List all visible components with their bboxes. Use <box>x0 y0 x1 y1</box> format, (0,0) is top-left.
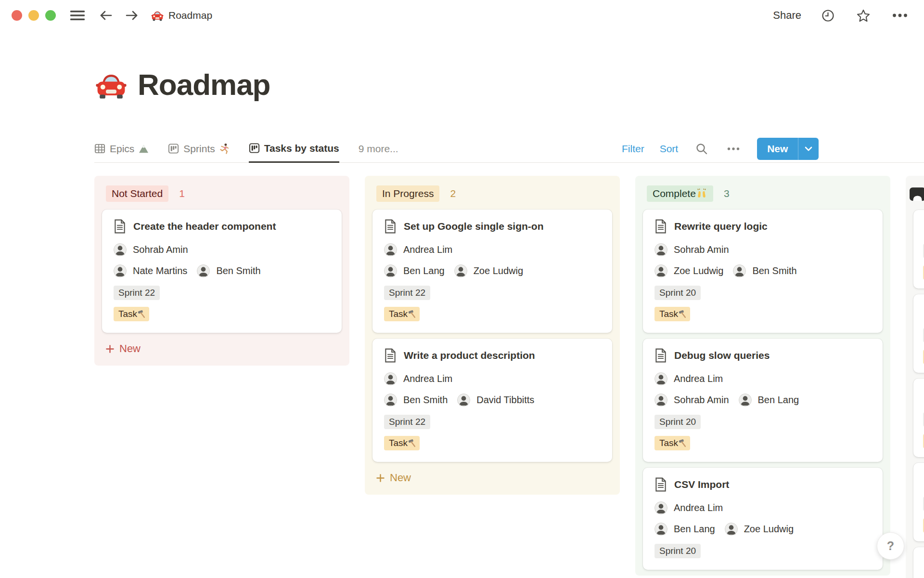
avatar <box>197 264 210 277</box>
status-pill-in-progress[interactable]: In Progress <box>376 185 439 202</box>
task-card[interactable]: S T <box>913 294 924 373</box>
hammer-emoji-icon <box>408 310 416 318</box>
kanban-board: Not Started 1 Create the header componen… <box>94 176 924 578</box>
column-count: 2 <box>450 188 456 199</box>
close-window-button[interactable] <box>12 10 22 21</box>
task-card[interactable]: Write a product description Andrea Lim B… <box>372 339 612 462</box>
sprint-tag: Sprint 22 <box>384 286 430 300</box>
assignee: Sohrab Amin <box>654 394 729 407</box>
sprint-tag: Sprint 20 <box>654 415 701 429</box>
page-title[interactable]: Roadmap <box>138 67 270 102</box>
runner-emoji-icon <box>219 143 230 154</box>
assignee: Ben Smith <box>733 264 796 277</box>
car-emoji-page-icon[interactable] <box>95 69 127 101</box>
task-card[interactable]: Debug slow queries Andrea Lim Sohrab Ami… <box>643 339 883 462</box>
column-not-started: Not Started 1 Create the header componen… <box>94 176 349 366</box>
assignee: Zoe Ludwig <box>454 264 523 277</box>
hammer-emoji-icon <box>137 310 146 318</box>
assignee: David Tibbitts <box>457 394 534 407</box>
page-icon <box>654 477 667 492</box>
help-button[interactable]: ? <box>877 532 904 560</box>
board-view-icon <box>249 143 260 154</box>
plus-icon <box>106 345 114 353</box>
assignee: Ben Smith <box>384 394 448 407</box>
status-pill-complete[interactable]: Complete <box>647 185 713 202</box>
sidebar-toggle-menu-icon[interactable] <box>68 8 87 23</box>
tab-more-views[interactable]: 9 more... <box>359 135 398 162</box>
task-card[interactable]: S T <box>913 463 924 541</box>
table-view-icon <box>94 143 105 154</box>
assignee: Sohrab Amin <box>114 243 188 256</box>
plus-icon <box>376 474 385 482</box>
box-emoji-icon <box>909 185 924 202</box>
back-icon[interactable] <box>97 8 115 23</box>
assignee: Andrea Lim <box>654 372 723 385</box>
sort-button[interactable]: Sort <box>660 143 679 155</box>
tab-epics[interactable]: Epics <box>94 135 149 162</box>
column-count: 3 <box>724 188 730 199</box>
task-card-partial[interactable] <box>913 547 924 578</box>
column-complete: Complete 3 Rewrite query logic Sohrab Am… <box>635 176 890 576</box>
avatar <box>654 501 667 514</box>
task-card[interactable]: Create the header component Sohrab Amin … <box>102 210 342 333</box>
sprint-tag: Sprint 22 <box>384 415 430 429</box>
page-header: Roadmap <box>95 67 270 102</box>
page-icon <box>114 219 126 234</box>
hammer-emoji-icon <box>678 439 687 447</box>
task-card[interactable]: S T <box>913 379 924 457</box>
hammer-emoji-icon <box>408 439 416 447</box>
breadcrumb-title: Roadmap <box>168 10 212 21</box>
avatar <box>739 394 752 407</box>
task-type-tag: Task <box>654 436 690 450</box>
assignee: Andrea Lim <box>654 501 723 514</box>
avatar <box>725 523 738 536</box>
view-options-icon[interactable] <box>725 145 742 152</box>
forward-icon[interactable] <box>123 8 141 23</box>
filter-button[interactable]: Filter <box>622 143 644 155</box>
tab-sprints[interactable]: Sprints <box>168 135 229 162</box>
more-options-icon[interactable] <box>890 12 910 19</box>
avatar <box>454 264 467 277</box>
task-card[interactable]: S T <box>913 210 924 289</box>
chevron-down-icon[interactable] <box>798 138 819 160</box>
column-count: 1 <box>179 188 185 199</box>
avatar <box>654 523 667 536</box>
breadcrumb[interactable]: Roadmap <box>151 9 212 22</box>
task-card[interactable]: CSV Import Andrea Lim Ben Lang Zoe <box>643 468 883 570</box>
assignee: Ben Smith <box>197 264 260 277</box>
window-controls <box>12 10 56 21</box>
task-card[interactable]: Set up Google single sign-on Andrea Lim … <box>372 210 612 333</box>
task-type-tag: Task <box>384 307 420 321</box>
assignee: Ben Lang <box>654 523 715 536</box>
add-card-button[interactable]: New <box>102 340 144 358</box>
assignee: Ben Lang <box>384 264 445 277</box>
avatar <box>384 264 397 277</box>
status-pill-not-started[interactable]: Not Started <box>106 185 168 202</box>
minimize-window-button[interactable] <box>28 10 39 21</box>
updates-clock-icon[interactable] <box>820 7 836 24</box>
page-icon <box>384 219 397 234</box>
hammer-emoji-icon <box>678 310 687 318</box>
board-view-icon <box>168 143 179 154</box>
view-tabbar: Epics Sprints Tasks by status 9 more... … <box>94 135 924 163</box>
sprint-tag: Sprint 20 <box>654 544 701 558</box>
page-icon <box>654 348 667 363</box>
mountain-emoji-icon <box>139 144 149 153</box>
task-card[interactable]: Rewrite query logic Sohrab Amin Zoe Ludw… <box>643 210 883 333</box>
window-titlebar: Roadmap Share <box>0 0 924 31</box>
sprint-tag: Sprint 22 <box>114 286 160 300</box>
new-button[interactable]: New <box>757 138 798 160</box>
page-icon <box>654 219 667 234</box>
avatar <box>384 394 397 407</box>
zoom-window-button[interactable] <box>45 10 56 21</box>
search-icon[interactable] <box>693 141 710 157</box>
add-card-button[interactable]: New <box>372 469 415 487</box>
avatar <box>384 243 397 256</box>
avatar <box>654 372 667 385</box>
tab-tasks-by-status[interactable]: Tasks by status <box>249 135 339 163</box>
task-type-tag: Task <box>114 307 149 321</box>
share-button[interactable]: Share <box>773 9 801 22</box>
favorite-star-icon[interactable] <box>855 7 872 24</box>
assignee: Sohrab Amin <box>654 243 729 256</box>
sprint-tag: Sprint 20 <box>654 286 701 300</box>
